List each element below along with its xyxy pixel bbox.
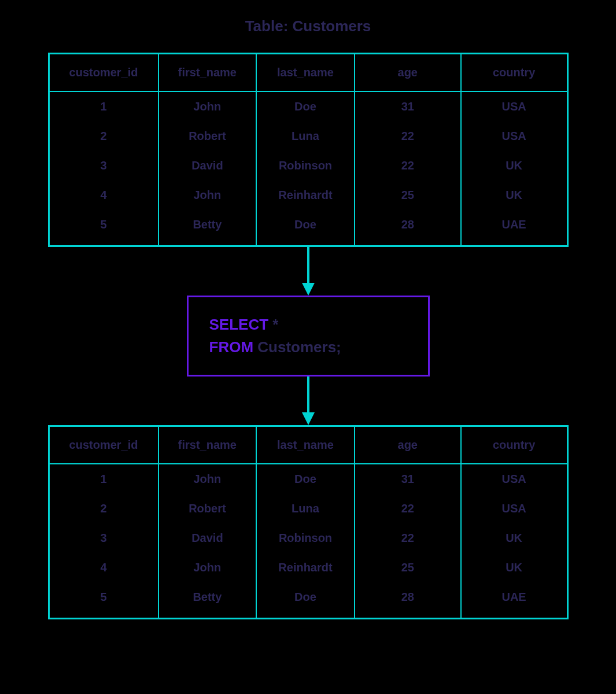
cell: Doe [256,210,355,246]
cell: John [158,464,257,494]
table-row: 3 David Robinson 22 UK [49,523,567,553]
cell: Robinson [256,523,355,553]
arrow-down-icon [300,247,317,296]
source-table: customer_id first_name last_name age cou… [48,53,569,247]
col-header-last-name: last_name [256,426,355,464]
cell: 25 [355,553,461,582]
table-row: 2 Robert Luna 22 USA [49,121,567,151]
cell: 2 [49,121,158,151]
cell: David [158,523,257,553]
diagram-container: Table: Customers customer_id first_name … [0,0,616,619]
cell: David [158,151,257,180]
query-line-1: SELECT * [209,313,407,336]
cell: John [158,91,257,121]
sql-query-box: SELECT * FROM Customers; [187,296,430,376]
cell: 31 [355,464,461,494]
cell: Luna [256,494,355,523]
cell: 4 [49,180,158,210]
cell: John [158,553,257,582]
svg-marker-3 [302,412,315,425]
cell: 3 [49,523,158,553]
table-row: 4 John Reinhardt 25 UK [49,553,567,582]
table-row: 5 Betty Doe 28 UAE [49,582,567,619]
table-row: 1 John Doe 31 USA [49,464,567,494]
arrow-down-1 [300,247,317,296]
cell: 22 [355,151,461,180]
cell: 4 [49,553,158,582]
cell: UK [461,180,567,210]
table-header-row: customer_id first_name last_name age cou… [49,54,567,92]
cell: Reinhardt [256,180,355,210]
col-header-country: country [461,426,567,464]
col-header-age: age [355,54,461,92]
table-row: 4 John Reinhardt 25 UK [49,180,567,210]
arrow-down-icon [300,376,317,425]
cell: USA [461,91,567,121]
cell: 22 [355,494,461,523]
sql-keyword-select: SELECT [209,316,269,333]
cell: 22 [355,523,461,553]
cell: Doe [256,91,355,121]
sql-keyword-from: FROM [209,338,254,356]
cell: 22 [355,121,461,151]
arrow-down-2 [300,376,317,425]
cell: Robert [158,494,257,523]
cell: Betty [158,210,257,246]
table-row: 3 David Robinson 22 UK [49,151,567,180]
result-table: customer_id first_name last_name age cou… [48,425,569,619]
sql-text: Customers; [253,338,341,356]
cell: 3 [49,151,158,180]
cell: 28 [355,582,461,619]
cell: 31 [355,91,461,121]
cell: USA [461,121,567,151]
cell: 5 [49,210,158,246]
col-header-customer-id: customer_id [49,54,158,92]
col-header-country: country [461,54,567,92]
table-header-row: customer_id first_name last_name age cou… [49,426,567,464]
cell: Reinhardt [256,553,355,582]
cell: Doe [256,582,355,619]
cell: UK [461,151,567,180]
table-row: 1 John Doe 31 USA [49,91,567,121]
query-line-2: FROM Customers; [209,336,407,359]
col-header-last-name: last_name [256,54,355,92]
cell: Robert [158,121,257,151]
cell: Betty [158,582,257,619]
cell: USA [461,464,567,494]
table-row: 5 Betty Doe 28 UAE [49,210,567,246]
cell: John [158,180,257,210]
col-header-first-name: first_name [158,54,257,92]
cell: Doe [256,464,355,494]
table-row: 2 Robert Luna 22 USA [49,494,567,523]
cell: UK [461,553,567,582]
cell: 25 [355,180,461,210]
table-title: Table: Customers [245,17,371,35]
cell: Luna [256,121,355,151]
cell: 1 [49,91,158,121]
sql-text: * [268,316,278,333]
cell: 28 [355,210,461,246]
cell: USA [461,494,567,523]
cell: UK [461,523,567,553]
cell: Robinson [256,151,355,180]
cell: UAE [461,582,567,619]
svg-marker-1 [302,283,315,296]
cell: 2 [49,494,158,523]
col-header-age: age [355,426,461,464]
col-header-first-name: first_name [158,426,257,464]
cell: 5 [49,582,158,619]
cell: UAE [461,210,567,246]
col-header-customer-id: customer_id [49,426,158,464]
cell: 1 [49,464,158,494]
